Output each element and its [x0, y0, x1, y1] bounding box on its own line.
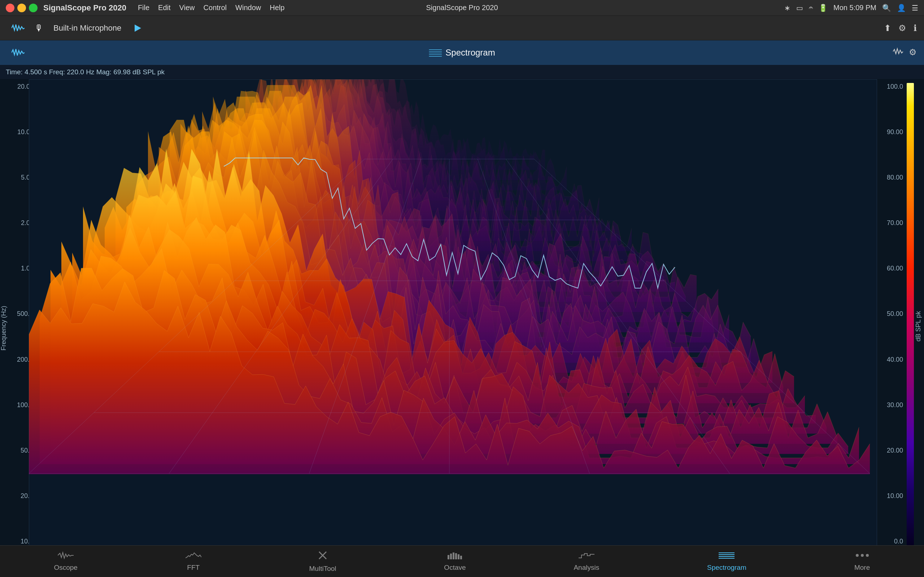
user-icon[interactable]: 👤	[897, 3, 906, 12]
menu-bar: File Edit View Control Window Help	[138, 3, 284, 12]
close-button[interactable]	[6, 3, 15, 12]
tab-analysis-label: Analysis	[573, 564, 599, 572]
tab-multitool[interactable]: MultiTool	[300, 548, 345, 575]
tab-multitool-label: MultiTool	[309, 565, 336, 573]
spectrogram-chart[interactable]	[29, 79, 877, 561]
tab-octave-label: Octave	[444, 564, 465, 572]
display-settings-icon[interactable]: ⚙	[909, 47, 917, 58]
analysis-icon	[578, 551, 594, 561]
tab-bar: Oscope FFT MultiTool	[0, 545, 924, 577]
play-icon	[135, 24, 141, 32]
menu-edit[interactable]: Edit	[158, 3, 170, 12]
fft-icon	[186, 551, 201, 561]
r-axis-title: dB SPL pk	[914, 79, 924, 561]
info-icon[interactable]: ℹ	[914, 23, 917, 33]
r-label-9: 10.00	[880, 492, 903, 500]
mic-icon: 🎙	[35, 23, 43, 33]
menu-view[interactable]: View	[179, 3, 195, 12]
titlebar-right: ∗ ▭ 𝄐 🔋 Mon 5:09 PM 🔍 👤 ☰	[784, 3, 918, 12]
settings-icon[interactable]: ⚙	[898, 23, 906, 33]
toolbar: 🎙 Built-in Microphone ⬆ ⚙ ℹ	[0, 16, 924, 40]
svg-rect-6	[447, 555, 449, 559]
scope-icon	[11, 48, 24, 58]
spectrogram-icon	[429, 48, 442, 58]
svg-rect-8	[452, 553, 454, 559]
r-label-1: 90.00	[880, 128, 903, 136]
tab-fft[interactable]: FFT	[177, 548, 210, 574]
svg-rect-10	[458, 554, 459, 559]
play-button[interactable]	[131, 23, 143, 34]
svg-rect-9	[455, 553, 457, 559]
r-label-0: 100.0	[880, 83, 903, 90]
status-bar: Time: 4.500 s Freq: 220.0 Hz Mag: 69.98 …	[0, 65, 924, 79]
tab-spectrogram[interactable]: Spectrogram	[698, 548, 755, 574]
share-icon[interactable]: ⬆	[884, 23, 891, 33]
r-label-3: 70.00	[880, 219, 903, 227]
toolbar-right: ⬆ ⚙ ℹ	[884, 23, 917, 33]
tab-fft-label: FFT	[187, 564, 200, 572]
r-label-5: 50.00	[880, 310, 903, 318]
svg-point-16	[856, 554, 859, 557]
r-label-10: 0.0	[880, 538, 903, 545]
search-icon[interactable]: 🔍	[882, 3, 891, 12]
list-icon[interactable]: ☰	[912, 3, 918, 12]
tab-more[interactable]: More	[846, 548, 879, 574]
more-icon	[855, 551, 870, 561]
menu-control[interactable]: Control	[204, 3, 227, 12]
svg-rect-11	[460, 556, 462, 559]
r-label-7: 30.00	[880, 401, 903, 409]
maximize-button[interactable]	[29, 3, 37, 12]
minimize-button[interactable]	[17, 3, 26, 12]
tab-oscope[interactable]: Oscope	[45, 548, 86, 574]
svg-point-17	[861, 554, 864, 557]
bluetooth-icon: ∗	[784, 3, 790, 12]
octave-icon	[447, 551, 463, 561]
y-axis-title: Frequency (Hz)	[0, 79, 7, 561]
r-label-4: 60.00	[880, 265, 903, 272]
svg-rect-7	[450, 554, 452, 559]
scope-button[interactable]	[7, 45, 29, 60]
waveform-icon	[11, 23, 24, 33]
y-axis-wrapper: Frequency (Hz) 20.0k 10.0k 5.0k 2.0k 1.0…	[0, 79, 29, 561]
chart-section: Frequency (Hz) 20.0k 10.0k 5.0k 2.0k 1.0…	[0, 79, 924, 577]
tab-oscope-label: Oscope	[54, 564, 77, 572]
oscope-icon	[58, 551, 74, 561]
right-scale: 100.0 90.00 80.00 70.00 60.00 50.00 40.0…	[877, 79, 924, 561]
menu-window[interactable]: Window	[235, 3, 261, 12]
section-title-text: Spectrogram	[446, 48, 495, 58]
svg-point-18	[866, 554, 869, 557]
color-scale-bar	[907, 83, 914, 545]
mic-label: Built-in Microphone	[49, 21, 126, 35]
r-label-6: 40.00	[880, 356, 903, 364]
status-text: Time: 4.500 s Freq: 220.0 Hz Mag: 69.98 …	[6, 68, 165, 76]
section-header: Spectrogram ⚙	[0, 40, 924, 65]
window-title: SignalScope Pro 2020	[426, 3, 498, 12]
r-label-8: 20.00	[880, 447, 903, 455]
titlebar: SignalScope Pro 2020 File Edit View Cont…	[0, 0, 924, 16]
chart-row: Frequency (Hz) 20.0k 10.0k 5.0k 2.0k 1.0…	[0, 79, 924, 561]
airplay-icon: ▭	[796, 3, 803, 12]
chart-settings-icon[interactable]	[893, 47, 903, 58]
waveform-button[interactable]	[7, 21, 29, 35]
r-label-2: 80.00	[880, 174, 903, 181]
r-axis-labels: 100.0 90.00 80.00 70.00 60.00 50.00 40.0…	[877, 79, 906, 561]
wifi-icon: 𝄐	[809, 3, 813, 12]
tab-spectrogram-label: Spectrogram	[707, 564, 746, 572]
spectrogram-canvas	[29, 79, 877, 561]
traffic-lights	[6, 3, 37, 12]
section-header-right: ⚙	[893, 47, 917, 58]
clock: Mon 5:09 PM	[834, 3, 876, 12]
app-name: SignalScope Pro 2020	[43, 3, 126, 13]
section-title: Spectrogram	[429, 48, 495, 58]
spectrogram-tab-icon	[719, 551, 735, 561]
menu-file[interactable]: File	[138, 3, 149, 12]
tab-analysis[interactable]: Analysis	[565, 548, 608, 574]
multitool-icon	[318, 550, 328, 562]
menu-help[interactable]: Help	[270, 3, 284, 12]
battery-icon: 🔋	[819, 3, 828, 12]
tab-octave[interactable]: Octave	[435, 548, 474, 574]
tab-more-label: More	[855, 564, 870, 572]
